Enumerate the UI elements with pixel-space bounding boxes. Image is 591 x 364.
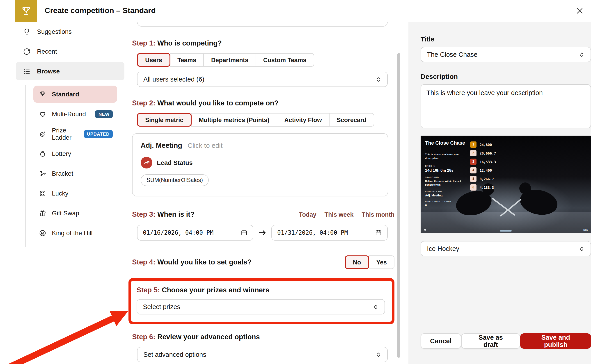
step1-segment-group: Users Teams Departments Custom Teams — [137, 53, 314, 67]
this-week-link[interactable]: This week — [324, 211, 354, 218]
goals-no-button[interactable]: No — [345, 255, 369, 269]
new-badge: NEW — [95, 110, 113, 118]
dialog-body: Suggestions Recent Browse Sta — [0, 22, 591, 364]
preview-description: This is where you leave your description — [425, 152, 466, 160]
step1-section: Step 1: Who is competing? Users Teams De… — [132, 39, 394, 87]
end-date-input[interactable]: 01/31/2026, 04:00 PM — [271, 225, 388, 240]
preview-info-column: The Close Chase This is where you leave … — [425, 140, 466, 210]
ends-in-value: 14d 16h 0m 28s — [425, 168, 466, 172]
leaderboard-row: 4 12,400 — [470, 167, 496, 174]
chevron-updown-icon — [579, 52, 585, 58]
metric-card[interactable]: Adj. Meeting Click to edit Lead Status S… — [132, 133, 388, 196]
sidebar-item-king-of-the-hill[interactable]: King of the Hill — [33, 224, 117, 241]
sidebar: Suggestions Recent Browse Sta — [0, 22, 125, 364]
dialog-title: Create competition – Standard — [45, 6, 156, 15]
lightbulb-icon — [23, 28, 31, 35]
today-link[interactable]: Today — [299, 211, 316, 218]
chevron-updown-icon — [375, 352, 381, 358]
metric-title-row: Adj. Meeting Click to edit — [141, 142, 380, 150]
leaderboard-row: 5 8,266.7 — [470, 176, 496, 182]
teams-tab[interactable]: Teams — [170, 53, 204, 67]
step6-heading: Step 6: Review your advanced options — [132, 332, 394, 341]
trophy-icon — [39, 90, 46, 98]
main-scrollbar[interactable] — [397, 53, 400, 358]
calendar-icon — [375, 229, 382, 236]
goals-toggle-group: No Yes — [345, 255, 394, 269]
users-tab[interactable]: Users — [137, 53, 170, 67]
metric-formula-pill: SUM(NumberOfSales) — [141, 174, 209, 186]
panel-action-buttons: Cancel Save as draft Save and publish — [420, 333, 591, 349]
theme-select[interactable]: Ice Hockey — [420, 241, 591, 256]
sidebar-item-label: Bracket — [52, 170, 73, 177]
dialog-titlebar: Create competition – Standard — [0, 0, 591, 22]
metric-source-row: Lead Status — [141, 157, 380, 169]
scorecard-tab[interactable]: Scorecard — [329, 113, 374, 127]
sidebar-item-browse[interactable]: Browse — [16, 62, 125, 80]
goals-yes-button[interactable]: Yes — [368, 255, 394, 269]
step4-heading: Step 4: Would you like to set goals? — [132, 258, 251, 267]
preview-leaderboard: 1 24,800 2 20,666.7 3 16,533.3 4 12,400 — [470, 142, 496, 191]
cutoff-control — [137, 22, 388, 26]
multiple-metrics-tab[interactable]: Multiple metrics (Points) — [191, 113, 277, 127]
close-icon[interactable] — [575, 6, 585, 16]
preview-scroll-indicator — [500, 230, 512, 232]
prize-ladder-icon — [39, 130, 46, 138]
sidebar-item-label: King of the Hill — [52, 229, 93, 236]
metric-name: Adj. Meeting — [141, 142, 182, 150]
sidebar-item-label: Browse — [37, 68, 60, 75]
competition-title-select[interactable]: The Close Chase — [420, 47, 591, 62]
participant-count-value: 6 — [425, 203, 466, 207]
sidebar-item-standard[interactable]: Standard — [33, 86, 117, 103]
save-and-publish-button[interactable]: Save and publish — [520, 333, 591, 349]
crown-icon — [39, 229, 46, 237]
sidebar-item-suggestions[interactable]: Suggestions — [16, 23, 125, 40]
step5-annotation-box: Step 5: Choose your prizes and winners S… — [128, 278, 394, 324]
leaderboard-row: 6 4,133.3 — [470, 184, 496, 191]
list-icon — [23, 67, 31, 75]
competition-preview-card: The Close Chase This is where you leave … — [420, 136, 591, 233]
date-shortcuts: Today This week This month — [299, 211, 394, 218]
save-as-draft-button[interactable]: Save as draft — [461, 333, 520, 349]
browse-submenu: Standard Multi-Round NEW Prize Ladder UP… — [25, 85, 125, 247]
sidebar-item-gift-swap[interactable]: Gift Swap — [33, 205, 117, 222]
sidebar-item-label: Suggestions — [37, 28, 72, 35]
now-label: Now — [583, 228, 588, 231]
description-input[interactable]: This is where you leave your description — [420, 84, 591, 128]
sidebar-item-lottery[interactable]: Lottery — [33, 145, 117, 162]
activity-flow-tab[interactable]: Activity Flow — [276, 113, 329, 127]
sidebar-item-multi-round[interactable]: Multi-Round NEW — [33, 105, 117, 123]
step4-section: Step 4: Would you like to set goals? No … — [132, 255, 394, 269]
users-select[interactable]: All users selected (6) — [137, 72, 388, 87]
sidebar-item-prize-ladder[interactable]: Prize Ladder UPDATED — [33, 125, 117, 142]
metric-source-label: Lead Status — [157, 159, 193, 166]
trophy-icon — [21, 5, 32, 16]
step5-heading: Step 5: Choose your prizes and winners — [137, 286, 386, 295]
lottery-icon — [39, 150, 46, 157]
single-metric-tab[interactable]: Single metric — [137, 113, 192, 127]
title-label: Title — [420, 35, 591, 43]
step2-segment-group: Single metric Multiple metrics (Points) … — [137, 113, 374, 127]
sidebar-item-bracket[interactable]: Bracket — [33, 165, 117, 182]
pagination-dot — [424, 229, 426, 231]
cancel-button[interactable]: Cancel — [420, 333, 461, 349]
departments-tab[interactable]: Departments — [204, 53, 256, 67]
type-description: Deliver the most within the set period t… — [425, 179, 466, 187]
sidebar-item-recent[interactable]: Recent — [16, 42, 125, 60]
preview-title: The Close Chase — [425, 140, 466, 145]
prizes-select[interactable]: Select prizes — [137, 299, 385, 314]
chevron-updown-icon — [579, 246, 585, 252]
leaderboard-row: 3 16,533.3 — [470, 159, 496, 165]
custom-teams-tab[interactable]: Custom Teams — [256, 53, 314, 67]
advanced-options-select[interactable]: Set advanced options — [137, 347, 388, 362]
this-month-link[interactable]: This month — [362, 211, 395, 218]
sidebar-item-lucky[interactable]: Lucky — [33, 185, 117, 202]
metric-edit-hint[interactable]: Click to edit — [188, 142, 223, 149]
compete-on-label: COMPETE ON — [425, 190, 466, 193]
sidebar-item-label: Gift Swap — [52, 209, 79, 217]
updated-badge: UPDATED — [84, 130, 113, 138]
gift-icon — [39, 209, 46, 217]
trend-up-icon — [141, 157, 152, 169]
start-date-input[interactable]: 01/16/2026, 04:00 PM — [137, 225, 253, 240]
preview-panel: Title The Close Chase Description This i… — [408, 22, 591, 364]
sidebar-item-label: Lucky — [52, 190, 68, 197]
